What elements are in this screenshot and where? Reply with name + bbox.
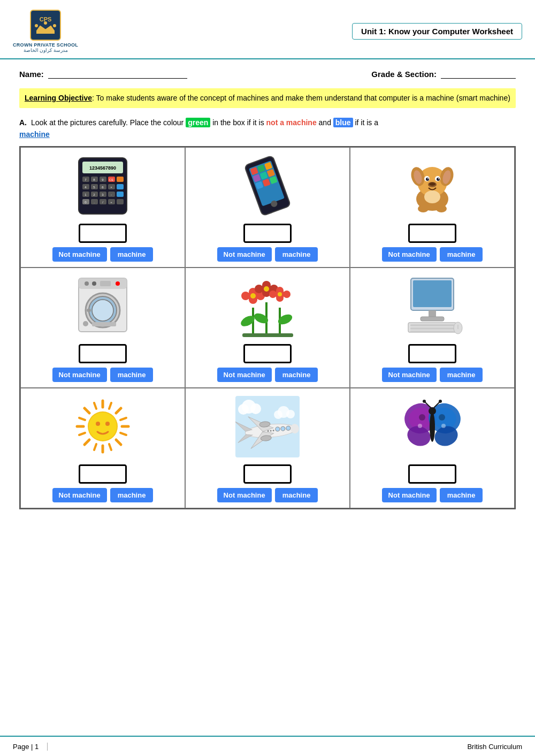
footer: Page | 1 British Curriculum [0,736,535,756]
svg-point-104 [264,286,269,292]
footer-page: Page | 1 [13,743,48,751]
svg-text:1234567890: 1234567890 [89,165,116,171]
svg-line-125 [116,440,121,445]
svg-line-129 [85,408,89,413]
not-machine-btn-butterfly[interactable]: Not machine [382,488,437,502]
dog-image [355,154,510,218]
answer-box-washer[interactable] [79,344,127,363]
answer-box-airplane[interactable] [243,464,292,484]
machine-btn-washer[interactable]: machine [110,368,154,382]
not-machine-btn-computer[interactable]: Not machine [382,368,437,382]
not-machine-btn-airplane[interactable]: Not machine [217,488,272,502]
not-machine-btn-sun[interactable]: Not machine [52,488,107,502]
answer-box-calculator[interactable] [79,224,127,243]
svg-rect-117 [410,324,454,326]
svg-rect-119 [410,331,454,332]
activity-instructions: A. Look at the pictures carefully. Place… [19,117,516,141]
machine-btn-dog[interactable]: machine [440,247,483,262]
svg-point-148 [286,410,295,418]
answer-box-computer[interactable] [408,344,456,363]
machine-btn-butterfly[interactable]: machine [440,488,483,502]
svg-point-66 [426,178,429,181]
grid-cell-phone: Not machine machine [185,147,350,268]
sun-image [25,395,180,459]
svg-line-135 [79,433,85,435]
not-machine-btn-phone[interactable]: Not machine [217,247,272,262]
name-label: Name: [19,70,44,79]
svg-point-152 [281,426,286,431]
machine-btn-calculator[interactable]: machine [110,247,154,262]
green-word: green [186,118,210,127]
machine-btn-phone[interactable]: machine [275,247,318,262]
svg-point-168 [441,424,446,428]
instruction-end: if it is a [355,118,378,127]
svg-line-136 [79,418,85,420]
answer-box-dog[interactable] [408,224,456,243]
answer-box-butterfly[interactable] [408,464,456,484]
svg-line-123 [116,408,121,413]
svg-line-134 [94,444,96,450]
svg-point-139 [89,413,117,440]
svg-line-127 [85,440,89,445]
not-machine-btn-washer[interactable]: Not machine [52,368,107,382]
machine-btn-flower[interactable]: machine [275,368,318,382]
answer-box-sun[interactable] [79,464,127,484]
not-machine-btn-dog[interactable]: Not machine [382,247,437,262]
svg-line-137 [94,403,96,409]
btn-row-phone: Not machine machine [190,247,345,262]
svg-point-140 [96,422,100,426]
svg-rect-3 [36,31,55,34]
svg-point-72 [418,205,429,212]
btn-row-flower: Not machine machine [190,368,345,382]
header: CPS CROWN PRIVATE SCHOOL مدرسة كراون الخ… [0,0,535,59]
svg-rect-111 [242,333,293,337]
svg-point-166 [439,414,445,421]
svg-line-133 [109,444,111,450]
svg-point-71 [429,182,435,186]
svg-rect-113 [413,280,452,307]
name-field[interactable] [48,69,187,79]
svg-point-74 [424,190,440,203]
svg-point-5 [44,21,47,25]
objective-label: Learning Objective [25,94,92,102]
svg-text:-: - [111,193,112,196]
grid-cell-airplane: Not machine machine [185,388,350,508]
flower-image [190,274,345,339]
svg-text:×: × [110,186,112,189]
footer-curriculum: British Curriculum [467,743,522,751]
grid-cell-calculator: 1234567890 [20,147,185,268]
blue-word: blue [333,118,353,127]
btn-row-butterfly: Not machine machine [355,488,510,502]
machine-btn-computer[interactable]: machine [440,368,483,382]
grade-field[interactable] [441,69,516,79]
svg-point-6 [53,24,56,27]
airplane-image [190,395,345,459]
grid-cell-flower: Not machine machine [185,268,350,388]
svg-rect-79 [100,281,111,286]
svg-rect-114 [429,310,436,317]
answer-box-flower[interactable] [243,344,292,363]
calculator-image: 1234567890 [25,154,180,218]
not-machine-btn-calculator[interactable]: Not machine [52,247,107,262]
machine-btn-sun[interactable]: machine [110,488,154,502]
svg-point-4 [35,24,38,27]
learning-objective: Learning Objective: To make students awa… [19,88,516,108]
not-machine-btn-flower[interactable]: Not machine [217,368,272,382]
btn-row-calculator: Not machine machine [25,247,180,262]
logo-badge: CPS [30,10,61,41]
svg-rect-24 [117,192,124,197]
svg-point-98 [250,293,256,299]
svg-text:+: + [110,201,112,204]
svg-point-68 [427,178,429,179]
instruction-before-green: Look at the pictures carefully. Place th… [31,118,184,127]
svg-point-153 [286,426,291,431]
machine-btn-airplane[interactable]: machine [275,488,318,502]
svg-point-174 [439,400,442,403]
instruction-middle: in the box if it is [212,118,264,127]
svg-line-132 [120,433,126,435]
name-grade-row: Name: Grade & Section: [0,59,535,83]
red-phrase: not a machine [266,118,317,127]
answer-box-phone[interactable] [243,224,292,243]
svg-text:CE: CE [109,178,113,181]
svg-point-77 [85,281,89,286]
